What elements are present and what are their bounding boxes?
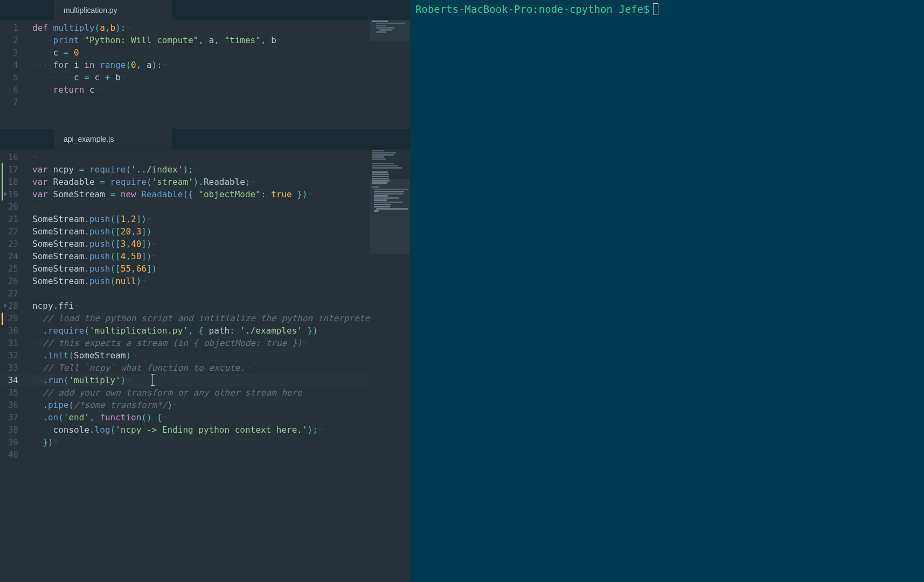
gutter-bottom: 1617181920212223242526272829303132333435… xyxy=(0,149,26,461)
code-line[interactable]: var ncpy = require('../index');¬ xyxy=(32,163,367,176)
line-number: 17 xyxy=(0,163,18,176)
code-line[interactable]: ··// load the python script and intitial… xyxy=(32,312,367,324)
line-number: 33 xyxy=(0,362,18,374)
line-number: 4 xyxy=(0,59,18,71)
line-number: 30 xyxy=(0,324,18,337)
line-number: 27 xyxy=(0,287,18,300)
line-number: 28 xyxy=(0,300,18,312)
editor-panel: multiplication.py 1234567 def multiply(a… xyxy=(0,0,410,582)
line-number: 37 xyxy=(0,411,18,424)
code-line[interactable]: SomeStream.push(null)¬ xyxy=(32,275,367,287)
line-number: 36 xyxy=(0,399,18,411)
line-number: 6 xyxy=(0,84,18,96)
code-line[interactable]: ····return c¬ xyxy=(32,84,367,96)
terminal-prompt-line: Roberts-MacBook-Pro:node-cpython Jefe$ xyxy=(415,3,919,15)
line-number: 16 xyxy=(0,151,18,163)
code-line[interactable]: var Readable = require('stream').Readabl… xyxy=(32,176,367,188)
code-line[interactable]: SomeStream.push([20,3])¬ xyxy=(32,225,367,238)
code-line[interactable]: ····print "Python: Will compute", a, "ti… xyxy=(32,34,367,46)
line-number: 31 xyxy=(0,337,18,349)
code-line[interactable]: ··.init(SomeStream)¬ xyxy=(32,349,367,362)
line-number: 18 xyxy=(0,176,18,188)
code-line[interactable]: var SomeStream = new Readable({ "objectM… xyxy=(32,188,367,200)
code-line[interactable]: SomeStream.push([1,2])¬ xyxy=(32,213,367,225)
line-number: 19 xyxy=(0,188,18,200)
line-number: 29 xyxy=(0,312,18,324)
code-line[interactable]: ¬ xyxy=(32,200,367,213)
line-number: 7 xyxy=(0,96,18,108)
line-number: 23 xyxy=(0,238,18,250)
line-number: 2 xyxy=(0,34,18,46)
tab-multiplication[interactable]: multiplication.py xyxy=(54,0,172,20)
editor-pane-top[interactable]: 1234567 def multiply(a,b):¬····print "Py… xyxy=(0,20,410,129)
code-line[interactable] xyxy=(32,448,367,461)
code-line[interactable]: ··// Tell `ncpy` what function to excute… xyxy=(32,362,367,374)
line-number: 5 xyxy=(0,71,18,84)
line-number: 21 xyxy=(0,213,18,225)
code-line[interactable]: ····console.log('ncpy -> Ending python c… xyxy=(32,424,367,436)
line-number: 20 xyxy=(0,200,18,213)
code-line[interactable]: ¬ xyxy=(32,151,367,163)
tab-bar-top: multiplication.py xyxy=(0,0,410,20)
code-line[interactable]: ··.on('end', function() {¬ xyxy=(32,411,367,424)
code-line[interactable]: ··})¬ xyxy=(32,436,367,448)
code-line[interactable]: ncpy.ffi¬ xyxy=(32,300,367,312)
line-number: 40 xyxy=(0,448,18,461)
code-line[interactable]: SomeStream.push([55,66])¬ xyxy=(32,262,367,275)
code-line[interactable] xyxy=(32,96,367,108)
code-line[interactable]: SomeStream.push([4,50])¬ xyxy=(32,250,367,262)
code-line[interactable]: ····c = 0¬ xyxy=(32,46,367,59)
tab-bar-bottom: api_example.js xyxy=(0,129,410,149)
line-number: 26 xyxy=(0,275,18,287)
tab-api-example[interactable]: api_example.js xyxy=(54,129,172,149)
code-line[interactable]: ··.pipe(/*some transform*/)¬ xyxy=(32,399,367,411)
editor-pane-bottom[interactable]: 1617181920212223242526272829303132333435… xyxy=(0,149,410,582)
line-number: 32 xyxy=(0,349,18,362)
line-number: 24 xyxy=(0,250,18,262)
line-number: 1 xyxy=(0,22,18,34)
terminal-cursor xyxy=(653,3,658,15)
terminal-prompt: Roberts-MacBook-Pro:node-cpython Jefe$ xyxy=(415,3,650,15)
gutter-top: 1234567 xyxy=(0,20,26,108)
code-area-bottom[interactable]: ¬var ncpy = require('../index');¬var Rea… xyxy=(32,151,367,461)
code-line[interactable]: def multiply(a,b):¬ xyxy=(32,22,367,34)
code-line[interactable]: ········c = c + b¬ xyxy=(32,71,367,84)
line-number: 34 xyxy=(0,374,18,386)
code-line[interactable]: ··// add your own transform or any other… xyxy=(32,386,367,399)
line-number: 22 xyxy=(0,225,18,238)
code-line[interactable]: ··// this expects a stream (in { objectM… xyxy=(32,337,367,349)
code-area-top[interactable]: def multiply(a,b):¬····print "Python: Wi… xyxy=(32,22,367,108)
code-line[interactable]: SomeStream.push([3,40])¬ xyxy=(32,238,367,250)
line-number: 38 xyxy=(0,424,18,436)
minimap-top[interactable] xyxy=(370,20,410,129)
code-line[interactable]: ··.require('multiplication.py', { path: … xyxy=(32,324,367,337)
terminal-panel[interactable]: Roberts-MacBook-Pro:node-cpython Jefe$ xyxy=(410,0,924,582)
text-cursor xyxy=(152,374,153,386)
code-line[interactable]: ····for i in range(0, a):¬ xyxy=(32,59,367,71)
line-number: 3 xyxy=(0,46,18,59)
code-line[interactable]: ¬ xyxy=(32,287,367,300)
line-number: 39 xyxy=(0,436,18,448)
minimap-bottom[interactable] xyxy=(370,149,410,582)
code-line[interactable]: ··.run('multiply')¬ xyxy=(32,374,367,386)
line-number: 25 xyxy=(0,262,18,275)
line-number: 35 xyxy=(0,386,18,399)
